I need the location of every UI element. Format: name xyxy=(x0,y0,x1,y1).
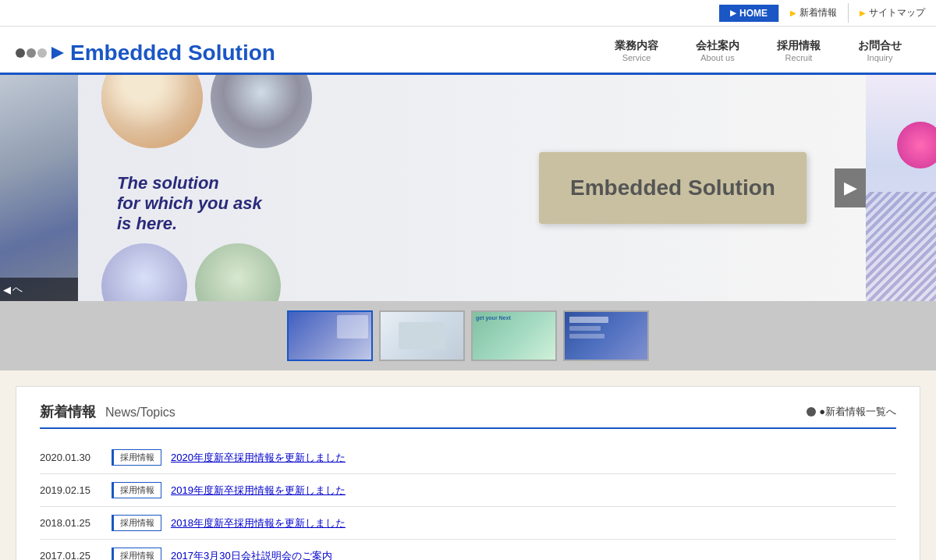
banner-decorative-circle xyxy=(897,122,936,168)
banner-prev-text: へ xyxy=(12,282,23,296)
thumbnail-3[interactable]: get your Next xyxy=(471,310,557,361)
nav-service-ja: 業務内容 xyxy=(615,39,658,53)
topnav-sitemap[interactable]: ▶ サイトマップ xyxy=(849,3,936,23)
news-list: 2020.01.30 採用情報 2020年度新卒採用情報を更新しました 2019… xyxy=(40,441,896,560)
top-bar: ▶ HOME ▶ 新着情報 ▶ サイトマップ xyxy=(0,0,936,27)
news-item: 2020.01.30 採用情報 2020年度新卒採用情報を更新しました xyxy=(40,441,896,474)
news-title-ja: 新着情報 xyxy=(40,402,96,421)
nav-recruit[interactable]: 採用情報 Recruit xyxy=(758,33,839,73)
nav-inquiry[interactable]: お問合せ Inquiry xyxy=(839,33,920,73)
banner-main: The solution for which you ask is here. … xyxy=(78,75,866,301)
nav-about-ja: 会社案内 xyxy=(696,39,739,53)
topnav-news[interactable]: ▶ 新着情報 xyxy=(779,3,849,23)
banner-circle-business xyxy=(195,243,281,301)
news-link[interactable]: 2017年3月30日会社説明会のご案内 xyxy=(171,549,332,561)
banner-circles-top-row xyxy=(101,75,456,148)
right-arrow-icon: ▶ xyxy=(844,178,857,198)
topnav-news-label: 新着情報 xyxy=(800,6,837,19)
banner-left-panel: ◀ へ xyxy=(0,75,78,301)
topnav-sitemap-label: サイトマップ xyxy=(869,6,925,19)
nav-about[interactable]: 会社案内 About us xyxy=(677,33,758,73)
news-date: 2020.01.30 xyxy=(40,452,102,463)
news-date: 2019.02.15 xyxy=(40,484,102,496)
news-item: 2017.01.25 採用情報 2017年3月30日会社説明会のご案内 xyxy=(40,540,896,560)
logo-dot-1 xyxy=(16,48,25,58)
banner-decorative-lines xyxy=(866,192,936,301)
banner-line3: is here. xyxy=(117,214,456,234)
news-title-group: 新着情報 News/Topics xyxy=(40,402,176,421)
banner-prev-label[interactable]: ◀ へ xyxy=(0,278,78,301)
banner-right-panel xyxy=(866,75,936,301)
nav-inquiry-en: Inquiry xyxy=(867,53,892,62)
nav-recruit-en: Recruit xyxy=(785,53,813,62)
topnav-home[interactable]: ▶ HOME xyxy=(719,5,779,22)
nav-inquiry-ja: お問合せ xyxy=(858,39,902,53)
news-tag: 採用情報 xyxy=(112,548,161,560)
news-more-label: ●新着情報一覧へ xyxy=(819,405,896,419)
logo-dot-2 xyxy=(27,48,36,58)
left-arrow-icon: ◀ xyxy=(3,284,11,296)
news-more-dot-icon xyxy=(807,407,816,416)
nav-service[interactable]: 業務内容 Service xyxy=(596,33,677,73)
thumbnail-1[interactable] xyxy=(287,310,373,361)
banner-circle-people xyxy=(101,75,203,148)
news-link[interactable]: 2018年度新卒採用情報を更新しました xyxy=(171,516,346,530)
banner-area: ◀ へ The solution for which you ask is he… xyxy=(0,75,936,301)
banner-sign-area: Embedded Solution xyxy=(480,136,866,239)
news-tag: 採用情報 xyxy=(112,515,161,531)
news-date: 2018.01.25 xyxy=(40,517,102,529)
logo-text: Embedded Solution xyxy=(70,41,275,66)
news-header: 新着情報 News/Topics ●新着情報一覧へ xyxy=(40,402,896,429)
news-link[interactable]: 2020年度新卒採用情報を更新しました xyxy=(171,451,346,465)
news-container: 新着情報 News/Topics ●新着情報一覧へ 2020.01.30 採用情… xyxy=(16,386,920,560)
logo-dots xyxy=(16,48,47,58)
news-title-en: News/Topics xyxy=(105,406,176,420)
news-section: 新着情報 News/Topics ●新着情報一覧へ 2020.01.30 採用情… xyxy=(0,370,936,560)
logo-dot-3 xyxy=(37,48,47,58)
news-more-link[interactable]: ●新着情報一覧へ xyxy=(807,405,896,419)
news-link[interactable]: 2019年度新卒採用情報を更新しました xyxy=(171,484,346,498)
banner-sign: Embedded Solution xyxy=(539,152,807,224)
nav-about-en: About us xyxy=(700,53,734,62)
news-date: 2017.01.25 xyxy=(40,550,102,560)
news-tag: 採用情報 xyxy=(112,482,161,498)
banner-next-button[interactable]: ▶ xyxy=(835,168,866,207)
top-nav: ▶ HOME ▶ 新着情報 ▶ サイトマップ xyxy=(719,3,936,23)
banner-text-block: The solution for which you ask is here. xyxy=(101,158,456,234)
topnav-home-label: HOME xyxy=(739,8,768,19)
arrow-icon: ▶ xyxy=(790,9,796,17)
arrow-icon: ▶ xyxy=(730,9,736,17)
banner-circle-laptop xyxy=(211,75,312,148)
banner-circle-meeting xyxy=(101,243,187,301)
banner-building-image: ◀ へ xyxy=(0,75,78,301)
header: Embedded Solution 業務内容 Service 会社案内 Abou… xyxy=(0,27,936,75)
logo: Embedded Solution xyxy=(16,41,596,66)
thumbnail-strip: get your Next xyxy=(0,301,936,370)
banner-circles-bottom-row xyxy=(101,243,456,301)
news-item: 2018.01.25 採用情報 2018年度新卒採用情報を更新しました xyxy=(40,507,896,540)
banner-line2: for which you ask xyxy=(117,193,456,214)
banner-left-content: The solution for which you ask is here. xyxy=(78,75,480,301)
logo-arrow-icon xyxy=(51,47,64,59)
news-tag: 採用情報 xyxy=(112,449,161,466)
thumbnail-2[interactable] xyxy=(379,310,465,361)
main-nav: 業務内容 Service 会社案内 About us 採用情報 Recruit … xyxy=(596,33,920,73)
news-item: 2019.02.15 採用情報 2019年度新卒採用情報を更新しました xyxy=(40,474,896,507)
banner-line1: The solution xyxy=(117,173,456,193)
thumbnail-4[interactable] xyxy=(563,310,649,361)
nav-recruit-ja: 採用情報 xyxy=(777,39,821,53)
arrow-icon: ▶ xyxy=(860,9,866,17)
nav-service-en: Service xyxy=(622,53,651,62)
